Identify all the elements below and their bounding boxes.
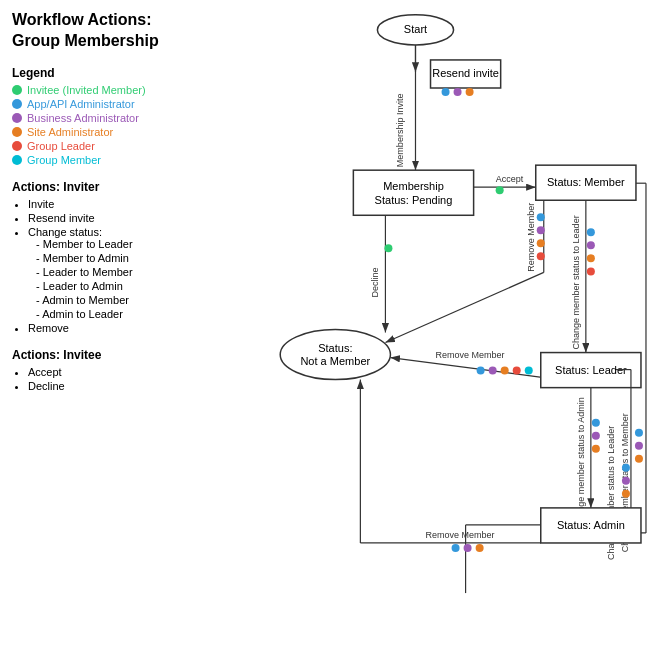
dot-resend-3 bbox=[466, 88, 474, 96]
dot-purple bbox=[12, 113, 22, 123]
dot-rl-1 bbox=[477, 367, 485, 375]
dot-green bbox=[12, 85, 22, 95]
dot-mta-3 bbox=[635, 455, 643, 463]
dot-rm-2 bbox=[537, 226, 545, 234]
left-panel: Workflow Actions: Group Membership Legen… bbox=[0, 0, 185, 645]
dot-red bbox=[12, 141, 22, 151]
dot-mtl-2 bbox=[587, 241, 595, 249]
dot-mta-1 bbox=[635, 429, 643, 437]
legend-item-api-admin: App/API Administrator bbox=[12, 98, 175, 110]
dot-ra-3 bbox=[476, 544, 484, 552]
actions-inviter-list: Invite Resend invite Change status: Memb… bbox=[12, 198, 175, 334]
workflow-diagram: Start Resend invite Send Membership Invi… bbox=[185, 0, 656, 645]
decline-label: Decline bbox=[370, 267, 380, 297]
legend-item-group-leader: Group Leader bbox=[12, 140, 175, 152]
admin-label: Status: Admin bbox=[557, 519, 625, 531]
dot-mtl-4 bbox=[587, 267, 595, 275]
arrow-pending-to-not-member bbox=[385, 272, 543, 342]
dot-cyan bbox=[12, 155, 22, 165]
legend-item-biz-admin: Business Administrator bbox=[12, 112, 175, 124]
not-member-label-1: Status: bbox=[318, 342, 352, 354]
dot-rl-3 bbox=[501, 367, 509, 375]
dot-mtl-3 bbox=[587, 254, 595, 262]
dot-resend-2 bbox=[454, 88, 462, 96]
dot-orange bbox=[12, 127, 22, 137]
page-title: Workflow Actions: Group Membership bbox=[12, 10, 175, 52]
legend-item-invitee: Invitee (Invited Member) bbox=[12, 84, 175, 96]
dot-atl-2 bbox=[622, 477, 630, 485]
dot-rm-1 bbox=[537, 213, 545, 221]
dot-atl-3 bbox=[622, 490, 630, 498]
dot-accept bbox=[496, 186, 504, 194]
remove-member-leader-label: Remove Member bbox=[436, 350, 505, 360]
not-member-label-2: Not a Member bbox=[300, 355, 370, 367]
start-label: Start bbox=[404, 23, 427, 35]
dot-atl-1 bbox=[622, 464, 630, 472]
actions-inviter-section: Actions: Inviter Invite Resend invite Ch… bbox=[12, 180, 175, 334]
remove-admin-label: Remove Member bbox=[426, 530, 495, 540]
dot-ra-1 bbox=[452, 544, 460, 552]
dot-la-1 bbox=[592, 419, 600, 427]
change-to-leader-label: Change member status to Leader bbox=[571, 215, 581, 349]
dot-resend-1 bbox=[442, 88, 450, 96]
dot-mta-2 bbox=[635, 442, 643, 450]
pending-box bbox=[353, 170, 473, 215]
accept-label: Accept bbox=[496, 174, 524, 184]
arrow-leader-to-not-member bbox=[390, 358, 543, 378]
resend-invite-label: Resend invite bbox=[432, 67, 499, 79]
legend-item-site-admin: Site Administrator bbox=[12, 126, 175, 138]
dot-rl-4 bbox=[513, 367, 521, 375]
dot-blue bbox=[12, 99, 22, 109]
dot-mtl-1 bbox=[587, 228, 595, 236]
pending-label-1: Membership bbox=[383, 180, 444, 192]
dot-rm-3 bbox=[537, 239, 545, 247]
legend-item-group-member: Group Member bbox=[12, 154, 175, 166]
actions-invitee-list: Accept Decline bbox=[12, 366, 175, 392]
actions-invitee-section: Actions: Invitee Accept Decline bbox=[12, 348, 175, 392]
dot-rl-2 bbox=[489, 367, 497, 375]
pending-label-2: Status: Pending bbox=[375, 194, 453, 206]
remove-member-from-member-label: Remove Member bbox=[526, 203, 536, 272]
legend-title: Legend bbox=[12, 66, 175, 80]
dot-rm-4 bbox=[537, 252, 545, 260]
dot-rl-5 bbox=[525, 367, 533, 375]
member-label: Status: Member bbox=[547, 176, 625, 188]
dot-la-2 bbox=[592, 432, 600, 440]
workflow-svg: Start Resend invite Send Membership Invi… bbox=[185, 0, 656, 645]
dot-ra-2 bbox=[464, 544, 472, 552]
dot-decline bbox=[384, 244, 392, 252]
dot-la-3 bbox=[592, 445, 600, 453]
